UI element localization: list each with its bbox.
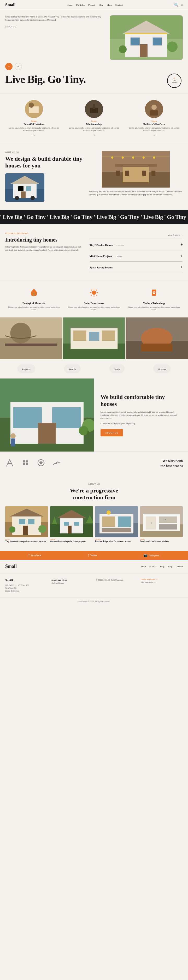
- prev-arrow[interactable]: ←: [5, 63, 13, 70]
- brand-icon-4: [52, 458, 61, 468]
- what-right-img: [89, 151, 183, 188]
- svg-rect-114: [159, 517, 177, 523]
- stat-label-years: Years: [114, 368, 120, 371]
- svg-line-47: [91, 290, 92, 291]
- project-img-4: [140, 506, 183, 537]
- svg-rect-63: [89, 332, 99, 341]
- footer-col-2: +1 800 842 25 86 info@smAll.com: [51, 579, 92, 593]
- nav-contact[interactable]: Contact: [115, 4, 123, 6]
- project-card-3[interactable]: DESIGN Interior design ideas for compact…: [95, 506, 138, 543]
- feature-tag-3: Values: [126, 120, 182, 122]
- accordion-plus-2[interactable]: +: [180, 253, 183, 258]
- view-more-link[interactable]: View Options →: [168, 234, 183, 236]
- svg-point-17: [151, 105, 157, 110]
- about-tag: ABOUT US: [5, 483, 183, 485]
- accordion-item-2[interactable]: Mini House Projects 1 House +: [89, 250, 183, 261]
- footer-col-1-line-3: Studio Out Street: [5, 590, 47, 592]
- feature-arrow-3[interactable]: →: [126, 134, 182, 137]
- accordion-item-3[interactable]: Space Saving Secrets +: [89, 261, 183, 273]
- nav-portfolio[interactable]: Portfolio: [76, 4, 84, 6]
- feature-arrow-1[interactable]: →: [6, 134, 62, 137]
- accordion-label-1: Tiny Wooden Houses: [89, 243, 113, 247]
- eco-feature-1: Ecological Materials Natus error sit vol…: [4, 288, 64, 311]
- hero-content: Since selling their first tiny home in 2…: [5, 15, 106, 29]
- svg-point-92: [9, 527, 15, 533]
- svg-point-26: [15, 196, 19, 200]
- svg-rect-89: [19, 519, 25, 524]
- nav-logo[interactable]: Small: [5, 3, 15, 7]
- eco-desc-2: Natus error sit voluptatem accusantium d…: [67, 306, 121, 311]
- svg-rect-67: [141, 344, 173, 352]
- footer-nav-contact[interactable]: Contact: [175, 565, 183, 568]
- nav-icons: 🔍 ≡: [174, 3, 183, 7]
- footer-columns: SmAll 123 SW Street US Office 456 New Yo…: [0, 573, 188, 598]
- svg-rect-41: [151, 170, 155, 176]
- footer-nav-shop[interactable]: Shop: [167, 565, 173, 568]
- svg-point-7: [119, 45, 127, 53]
- svg-rect-24: [26, 186, 31, 191]
- project-title-1: Tiny houses & cottages for a summer vaca…: [5, 540, 48, 543]
- next-arrow[interactable]: →: [14, 63, 22, 70]
- what-tag: WHAT WE DO: [5, 151, 84, 153]
- social-twitter[interactable]: t Twitter: [88, 554, 97, 557]
- project-title-2: the most interesting mini house projects: [50, 540, 93, 543]
- eco-title-3: Modern Technology: [127, 302, 182, 305]
- nav-blog[interactable]: Blog: [99, 4, 104, 6]
- hero-image: [110, 15, 183, 60]
- footer-nav-home[interactable]: Home: [141, 565, 146, 568]
- menu-icon[interactable]: ≡: [181, 3, 183, 7]
- feature-tag-1: Design: [6, 120, 62, 122]
- what-description: Adipiscing elit, sed do eiusmod tempor i…: [89, 190, 183, 196]
- accordion-item-1[interactable]: Tiny Wooden Houses 3 Houses +: [89, 239, 183, 250]
- nav-project[interactable]: Project: [88, 4, 95, 6]
- stat-projects: Projects: [17, 364, 35, 373]
- nav-home[interactable]: Home: [67, 4, 73, 6]
- search-icon[interactable]: 🔍: [174, 3, 178, 7]
- badge-text: 🏠TinyBuilder: [172, 78, 177, 84]
- project-card-2[interactable]: SPACE the most interesting mini house pr…: [50, 506, 93, 543]
- brands-text: We work with the best brands: [161, 458, 183, 468]
- eco-title-2: Solar Powerhouse: [67, 302, 121, 305]
- about-link[interactable]: ABOUT US: [5, 25, 16, 28]
- footer-nav-blog[interactable]: Blog: [160, 565, 164, 568]
- hero-description: Since selling their first tiny home in 2…: [5, 15, 106, 22]
- accordion-sub-2: 1 House: [115, 256, 122, 258]
- feature-workmanship: Design Workmanship Lorem ipsum dolor sit…: [64, 100, 124, 137]
- svg-rect-74: [38, 423, 56, 444]
- brand-icons: [5, 458, 61, 468]
- features-section: Design Beautiful Interiors Lorem ipsum d…: [0, 93, 188, 143]
- build-description: Lorem ipsum dolor sit amet, consectetur …: [100, 410, 182, 420]
- footer-email[interactable]: info@smAll.com: [51, 582, 92, 584]
- nav-shop[interactable]: Shop: [107, 4, 112, 6]
- footer-newsletter-2[interactable]: Get Newsletter →: [141, 581, 183, 583]
- footer-nav-portfolio[interactable]: Portfolio: [149, 565, 157, 568]
- feature-desc-3: Lorem ipsum dolor sit amet, consectetur …: [126, 127, 182, 132]
- footer-col-1-line-2: New York City: [5, 587, 47, 590]
- stat-label-people: People: [69, 368, 76, 371]
- feature-arrow-2[interactable]: →: [66, 134, 122, 137]
- feature-interiors: Design Beautiful Interiors Lorem ipsum d…: [4, 100, 64, 137]
- social-facebook[interactable]: f Facebook: [29, 554, 41, 557]
- build-cta-button[interactable]: ABOUT US: [100, 429, 123, 436]
- svg-rect-30: [115, 164, 157, 167]
- social-bar: f Facebook t Twitter 📷 Instagram: [0, 551, 188, 560]
- project-card-1[interactable]: VILLA Tiny houses & cottages for a summe…: [5, 506, 48, 543]
- svg-point-75: [10, 433, 16, 439]
- footer-newsletter-1[interactable]: SmAll Newsletter →: [141, 579, 183, 581]
- social-instagram[interactable]: 📷 Instagram: [143, 554, 159, 557]
- svg-rect-107: [118, 517, 131, 527]
- eco-feature-3: Modern Technology Natus error sit volupt…: [124, 288, 184, 311]
- svg-rect-73: [52, 407, 81, 428]
- project-card-4[interactable]: SMALL Small studio bathrooms kitchens: [140, 506, 183, 543]
- footer-logo-row: Small Home Portfolio Blog Shop Contact: [0, 560, 188, 573]
- svg-rect-57: [5, 344, 57, 346]
- footer-col-1-title: SmAll: [5, 579, 47, 582]
- svg-rect-76: [11, 439, 15, 446]
- svg-rect-115: [159, 524, 177, 530]
- accordion-plus-1[interactable]: +: [180, 242, 183, 247]
- accordion-plus-3[interactable]: +: [180, 265, 183, 269]
- svg-rect-15: [93, 104, 95, 109]
- svg-point-53: [153, 292, 155, 293]
- build-extra: Consectetur adipiscing elit adipiscing.: [100, 422, 182, 425]
- hero-title: Live Big. Go Tiny.: [5, 73, 183, 85]
